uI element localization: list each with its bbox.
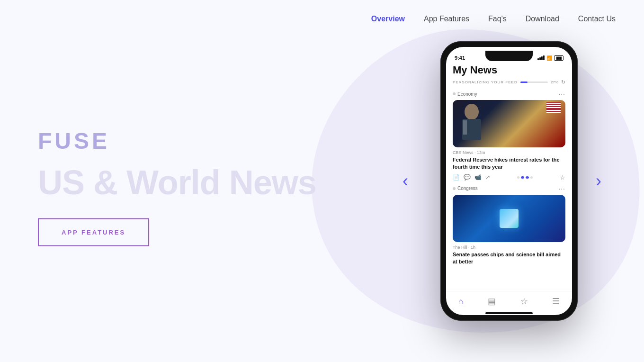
wifi-icon: 📶	[546, 55, 552, 61]
nav-links: Overview App Features Faq's Download Con…	[371, 15, 616, 23]
phone-frame: 9:41 📶 ▮▮▮ My News	[440, 41, 578, 321]
battery-icon: ▮▮▮	[554, 55, 564, 61]
nav-download[interactable]: Download	[526, 15, 559, 23]
economy-headline: Federal Reserve hikes interest rates for…	[453, 156, 565, 171]
status-icons: 📶 ▮▮▮	[537, 55, 564, 61]
dot-1	[517, 176, 519, 179]
phone-mockup: 9:41 📶 ▮▮▮ My News	[440, 41, 578, 321]
economy-actions: 📄 💬 📹 ↗ ☆	[453, 174, 565, 181]
screen-title: My News	[453, 64, 565, 76]
progress-pct: 27%	[551, 80, 558, 84]
economy-source: CBS News · 12m	[453, 150, 565, 155]
chip-graphic	[500, 209, 519, 228]
economy-section: Economy ···	[453, 90, 565, 181]
carousel-dots	[517, 176, 533, 179]
feed-progress: PERSONALIZING YOUR FEED 27% ↻	[453, 79, 565, 85]
favorites-icon: ☆	[520, 296, 528, 307]
congress-headline: Senate passes chips and science bill aim…	[453, 251, 565, 266]
action-icons: 📄 💬 📹 ↗	[453, 174, 490, 181]
status-time: 9:41	[455, 55, 465, 61]
bottom-navigation: ⌂ ▤ ☆ ☰	[446, 291, 572, 309]
economy-header: Economy ···	[453, 90, 565, 98]
screen-content: My News PERSONALIZING YOUR FEED 27% ↻	[446, 64, 572, 291]
home-indicator	[485, 312, 533, 314]
dot-3	[526, 176, 529, 179]
svg-rect-2	[463, 120, 467, 135]
carousel-next-button[interactable]: ›	[591, 166, 606, 196]
congress-dot	[453, 187, 456, 190]
bottom-nav-news[interactable]: ▤	[488, 296, 496, 307]
article-icon[interactable]: 📄	[453, 174, 460, 181]
hero-content: FUSE US & World News APP FEATURES	[38, 128, 316, 246]
bottom-nav-home[interactable]: ⌂	[458, 297, 464, 307]
hero-title: US & World News	[38, 165, 316, 199]
congress-label: Congress	[453, 186, 478, 191]
svg-point-0	[465, 104, 479, 120]
nav-overview[interactable]: Overview	[371, 15, 405, 23]
dot-4	[530, 176, 533, 179]
congress-more-icon[interactable]: ···	[558, 185, 565, 192]
hero-section: FUSE US & World News APP FEATURES ‹ › 9:…	[0, 0, 644, 362]
phone-screen: 9:41 📶 ▮▮▮ My News	[446, 47, 572, 315]
home-icon: ⌂	[458, 297, 464, 307]
phone-notch	[485, 51, 533, 61]
app-features-button[interactable]: APP FEATURES	[38, 218, 149, 246]
congress-image	[453, 195, 565, 242]
comment-icon[interactable]: 💬	[464, 174, 471, 181]
signal-icon	[537, 55, 545, 60]
navbar: Overview App Features Faq's Download Con…	[0, 0, 644, 38]
news-icon: ▤	[488, 296, 496, 307]
congress-photo	[453, 195, 565, 242]
economy-dot	[453, 92, 456, 95]
feed-label: PERSONALIZING YOUR FEED	[453, 80, 518, 84]
carousel-prev-button[interactable]: ‹	[398, 166, 413, 196]
congress-section: Congress ··· The Hill · 1h Senate passes…	[453, 185, 565, 269]
refresh-icon[interactable]: ↻	[561, 79, 565, 85]
video-icon[interactable]: 📹	[474, 174, 482, 181]
brand-name: FUSE	[38, 128, 316, 154]
bottom-nav-menu[interactable]: ☰	[552, 296, 560, 307]
nav-faqs[interactable]: Faq's	[488, 15, 507, 23]
nav-app-features[interactable]: App Features	[424, 15, 469, 23]
bookmark-icon[interactable]: ☆	[560, 174, 565, 181]
nav-contact-us[interactable]: Contact Us	[578, 15, 616, 23]
progress-fill	[520, 81, 528, 83]
congress-header: Congress ···	[453, 185, 565, 192]
economy-photo	[453, 100, 565, 147]
economy-image	[453, 100, 565, 147]
progress-track	[520, 81, 548, 83]
dot-2	[521, 176, 524, 179]
share-icon[interactable]: ↗	[485, 174, 490, 181]
economy-more-icon[interactable]: ···	[558, 90, 565, 98]
menu-icon: ☰	[552, 296, 560, 307]
economy-label: Economy	[453, 91, 477, 97]
bottom-nav-favorites[interactable]: ☆	[520, 296, 528, 307]
congress-source: The Hill · 1h	[453, 245, 565, 250]
